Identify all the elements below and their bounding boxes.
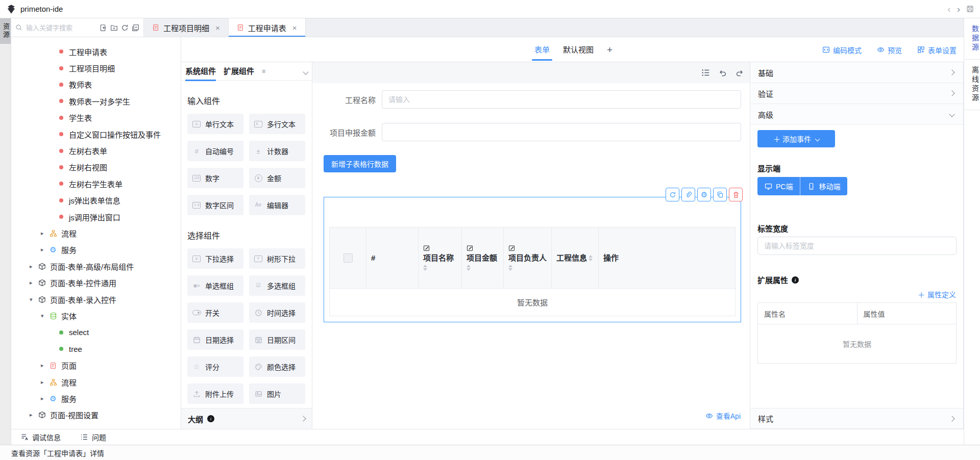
undo-icon[interactable] xyxy=(719,69,727,77)
nav-forward-icon[interactable]: › xyxy=(957,4,960,14)
copy-button[interactable] xyxy=(713,188,727,201)
view-tab[interactable]: 默认视图 xyxy=(563,37,594,62)
action-eye[interactable]: 预览 xyxy=(877,45,902,55)
display-button-pc[interactable]: PC端 xyxy=(757,177,800,195)
locate-file-icon[interactable] xyxy=(100,24,107,32)
sync-button[interactable] xyxy=(666,188,679,201)
caret-right-icon[interactable]: ▸ xyxy=(41,246,49,253)
resources-strip-tab[interactable]: 资源 xyxy=(0,18,11,44)
document-tab[interactable]: 工程项目明细× xyxy=(144,18,229,37)
palette-item[interactable]: ◉≡单选框组 xyxy=(187,275,243,296)
tree-item[interactable]: 自定义窗口操作按钮及事件 xyxy=(11,126,181,142)
save-icon[interactable] xyxy=(966,5,974,13)
edit-icon[interactable] xyxy=(508,245,515,251)
sort-icons[interactable] xyxy=(589,255,593,261)
add-event-button[interactable]: ＋ 添加事件 xyxy=(757,130,835,147)
delete-button[interactable] xyxy=(729,188,743,201)
inspector-section-collapsed[interactable]: 验证 xyxy=(750,83,963,104)
bottom-tab-debug[interactable]: 调试信息 xyxy=(20,432,61,442)
tree-item[interactable]: ▸页面-表单-控件通用 xyxy=(11,274,181,291)
style-section[interactable]: 样式 xyxy=(750,408,963,429)
add-subtable-row-button[interactable]: 新增子表格行数据 xyxy=(324,155,396,172)
caret-right-icon[interactable]: ▸ xyxy=(30,263,38,270)
tree-item[interactable]: 教师表 xyxy=(11,76,181,93)
bottom-tab-issues[interactable]: 问题 xyxy=(80,432,106,442)
palette-footer[interactable]: 大纲 i xyxy=(181,408,312,429)
tree-item[interactable]: tree xyxy=(11,341,181,357)
tree-item[interactable]: ▸⚙服务 xyxy=(11,390,181,406)
tree-item[interactable]: 左树右学生表单 xyxy=(11,175,181,192)
collapse-panel-icon[interactable] xyxy=(132,24,139,32)
selected-table-component[interactable]: #项目名称项目金额项目负责人工程信息操作 暂无数据 xyxy=(324,197,741,322)
chevron-down-icon[interactable] xyxy=(304,67,308,75)
caret-down-icon[interactable]: ▾ xyxy=(30,296,38,303)
label-width-input[interactable] xyxy=(757,237,957,255)
tree-item[interactable]: ▾实体 xyxy=(11,308,181,324)
add-view-button[interactable]: + xyxy=(607,37,612,62)
field-input[interactable] xyxy=(382,123,741,141)
tree-item[interactable]: ▸流程 xyxy=(11,374,181,390)
outline-icon[interactable] xyxy=(701,68,710,77)
palette-item[interactable]: A≡编辑器 xyxy=(249,195,305,215)
tree-item[interactable]: ▸⚙服务 xyxy=(11,242,181,258)
checkbox[interactable] xyxy=(344,253,353,263)
caret-right-icon[interactable]: ▸ xyxy=(41,230,49,237)
palette-item[interactable]: 123数字 xyxy=(187,168,243,188)
right-strip-tab[interactable]: 离线资源 xyxy=(964,60,980,110)
tree-item[interactable]: ▸流程 xyxy=(11,225,181,241)
close-icon[interactable]: × xyxy=(292,23,297,32)
action-code-mode[interactable]: 编码模式 xyxy=(822,45,862,55)
tree-item[interactable]: ▾页面-表单-录入控件 xyxy=(11,291,181,308)
palette-item[interactable]: ☑多选框组 xyxy=(249,275,305,296)
view-api-link[interactable]: 查看Api xyxy=(705,411,741,421)
palette-item[interactable]: 日期选择 xyxy=(187,329,243,350)
palette-item[interactable]: ±计数器 xyxy=(249,141,305,161)
inspector-section-collapsed[interactable]: 基础 xyxy=(750,62,963,83)
palette-item[interactable]: #自动编号 xyxy=(187,141,243,161)
redo-icon[interactable] xyxy=(736,69,744,77)
tree-item[interactable]: 工程项目明细 xyxy=(11,60,181,76)
tree-item[interactable]: ▸页面-视图设置 xyxy=(11,407,181,423)
caret-right-icon[interactable]: ▸ xyxy=(30,279,38,286)
caret-right-icon[interactable]: ▸ xyxy=(41,379,49,386)
palette-item[interactable]: ∨下拉选择 xyxy=(187,248,243,269)
sort-icons[interactable] xyxy=(467,265,471,271)
view-tab[interactable]: 表单 xyxy=(534,37,550,62)
gear-solid-button[interactable]: ⚙ xyxy=(697,188,711,201)
tree-item[interactable]: 工程申请表 xyxy=(11,43,181,60)
link-button[interactable] xyxy=(681,188,695,201)
palette-item[interactable]: 图片 xyxy=(249,384,305,404)
right-strip-tab[interactable]: 数据源 xyxy=(964,18,980,60)
palette-item[interactable]: A多行文本 xyxy=(249,114,305,134)
tree-item[interactable]: js调用弹出窗口 xyxy=(11,209,181,225)
tree-item[interactable]: ▸页面-表单-高级/布局组件 xyxy=(11,258,181,274)
define-property-link[interactable]: ＋ 属性定义 xyxy=(918,289,956,299)
menu-icon[interactable]: ≡ xyxy=(262,68,265,75)
refresh-icon[interactable] xyxy=(121,24,129,32)
palette-item[interactable]: 时间选择 xyxy=(249,302,305,323)
edit-icon[interactable] xyxy=(423,245,430,251)
sort-icons[interactable] xyxy=(508,265,512,271)
display-button-mobile[interactable]: 移动端 xyxy=(800,177,847,195)
caret-right-icon[interactable]: ▸ xyxy=(41,362,49,369)
palette-item[interactable]: 颜色选择 xyxy=(249,356,305,377)
sort-icons[interactable] xyxy=(423,265,427,271)
palette-tab[interactable]: 扩展组件 xyxy=(224,62,254,81)
palette-item[interactable]: ¥金额 xyxy=(249,168,305,188)
palette-item[interactable]: ☆评分 xyxy=(187,356,243,377)
action-grid[interactable]: 表单设置 xyxy=(917,45,957,55)
palette-item[interactable]: ≡树形下拉 xyxy=(249,248,305,269)
palette-item[interactable]: 日期区间 xyxy=(249,329,305,350)
caret-down-icon[interactable]: ▾ xyxy=(41,313,49,319)
caret-right-icon[interactable]: ▸ xyxy=(41,395,49,402)
add-folder-icon[interactable] xyxy=(110,24,118,32)
tree-item[interactable]: ▸页面 xyxy=(11,357,181,373)
field-input[interactable] xyxy=(382,90,741,109)
inspector-section-expanded[interactable]: 高级 xyxy=(750,104,963,125)
nav-back-icon[interactable]: ‹ xyxy=(947,4,950,14)
document-tab[interactable]: 工程申请表× xyxy=(229,18,306,37)
tree-item[interactable]: 左树右表单 xyxy=(11,142,181,159)
tree-item[interactable]: 左树右视图 xyxy=(11,159,181,175)
tree-item[interactable]: 学生表 xyxy=(11,110,181,126)
search-input[interactable] xyxy=(25,23,97,32)
